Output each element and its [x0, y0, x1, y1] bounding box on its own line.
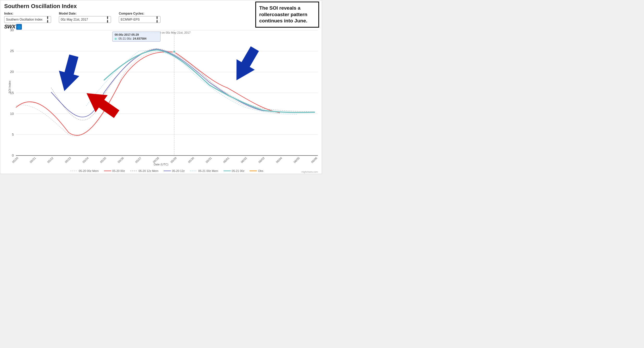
svg-text:06/04: 06/04	[275, 156, 283, 164]
highcharts-credit: Highcharts.com	[301, 171, 318, 173]
legend-line-mem-0521-00z	[190, 170, 197, 172]
svg-text:05/27: 05/27	[135, 156, 142, 164]
svg-text:06/06: 06/06	[311, 156, 318, 164]
svg-text:06/05: 06/05	[293, 156, 300, 164]
svg-text:05/25: 05/25	[100, 156, 107, 164]
svg-text:0: 0	[12, 153, 14, 157]
line-0520-12z	[51, 49, 315, 117]
compare-cycles-spinner[interactable]: ⬆⬇	[156, 16, 159, 23]
compare-cycles-value: ECMWF-EPS	[121, 18, 140, 21]
svg-text:05/29: 05/29	[170, 156, 177, 164]
chart-container: Southern Oscillation Index Index: Southe…	[0, 0, 322, 174]
svg-text:05/20: 05/20	[11, 156, 19, 164]
compare-cycles-control: Compare Cycles: ECMWF-EPS ⬆⬇	[119, 12, 160, 23]
svg-text:05/28: 05/28	[152, 156, 159, 164]
svg-text:05/23: 05/23	[64, 156, 72, 164]
logo-icon: 🌐	[16, 24, 22, 30]
legend-line-mem-0520-12z	[130, 170, 138, 172]
legend-item-mem-0520-00z: 05-20 00z Mem	[70, 169, 98, 172]
blue-arrow-right	[227, 44, 264, 86]
index-select[interactable]: Southern Oscillation Index ⬆⬇	[4, 16, 51, 23]
svg-text:05/30: 05/30	[187, 156, 195, 164]
legend-line-0520-00z	[104, 170, 111, 172]
legend-item-0520-00z: 05-20 00z	[104, 169, 125, 172]
svg-text:05/24: 05/24	[82, 156, 89, 164]
red-arrow	[80, 85, 123, 123]
legend-item-0521-00z: 05-21 00z	[224, 169, 245, 172]
svg-marker-36	[54, 53, 84, 94]
legend-item-obs: Obs	[250, 169, 263, 172]
index-control: Index: Southern Oscillation Index ⬆⬇	[4, 12, 51, 23]
index-value: Southern Oscillation Index	[6, 18, 42, 21]
legend-line-obs	[250, 170, 257, 172]
svg-text:30: 30	[10, 28, 14, 32]
svg-text:06/03: 06/03	[258, 156, 265, 164]
model-date-label: Model Date:	[59, 12, 111, 15]
x-axis-label: Date (UTC)	[0, 163, 322, 166]
legend-line-0520-12z	[164, 170, 171, 172]
svg-text:05/22: 05/22	[47, 156, 54, 164]
svg-text:05/31: 05/31	[205, 156, 212, 164]
svg-marker-35	[80, 85, 123, 123]
legend-label-0520-00z: 05-20 00z	[112, 169, 125, 172]
svg-text:20: 20	[10, 70, 14, 74]
svg-text:15: 15	[10, 91, 14, 95]
model-date-value: 00z May 21st, 2017	[61, 18, 88, 21]
model-date-select[interactable]: 00z May 21st, 2017 ⬆⬇	[59, 16, 111, 23]
svg-text:🌐: 🌐	[17, 25, 21, 29]
chart-svg: 30 25 20 15 10 5 0 05/20 05/21 05/22 05/…	[16, 30, 318, 156]
legend-label-0520-12z: 05-20 12z	[172, 169, 185, 172]
blue-arrow-left	[54, 53, 84, 94]
mem-0521-00z-line	[86, 51, 297, 114]
legend-line-0521-00z	[224, 170, 231, 172]
legend-label-mem-0520-12z: 05-20 12z Mem	[139, 169, 158, 172]
legend-line-mem-0520-00z	[70, 170, 78, 172]
svg-marker-37	[227, 44, 264, 86]
compare-cycles-select[interactable]: ECMWF-EPS ⬆⬇	[119, 16, 160, 23]
tooltip-dot	[173, 50, 176, 53]
legend-item-mem-0520-12z: 05-20 12z Mem	[130, 169, 158, 172]
model-date-control: Model Date: 00z May 21st, 2017 ⬆⬇	[59, 12, 111, 23]
legend-item-0520-12z: 05-20 12z	[164, 169, 185, 172]
legend-label-mem-0521-00z: 05-21 00z Mem	[198, 169, 218, 172]
svg-text:5: 5	[12, 133, 14, 136]
legend-label-mem-0520-00z: 05-20 00z Mem	[79, 169, 98, 172]
svg-text:05/21: 05/21	[29, 156, 36, 164]
svg-text:10: 10	[10, 112, 14, 116]
compare-cycles-label: Compare Cycles:	[119, 12, 160, 15]
chart-area: 30 25 20 15 10 5 0 05/20 05/21 05/22 05/…	[16, 30, 318, 156]
legend-area: 05-20 00z Mem 05-20 00z 05-20 12z Mem 05…	[16, 169, 318, 172]
legend-label-0521-00z: 05-21 00z	[232, 169, 245, 172]
index-label: Index:	[4, 12, 51, 15]
model-date-spinner[interactable]: ⬆⬇	[106, 16, 109, 23]
mem-0520-12z-line	[51, 48, 315, 120]
svg-text:06/01: 06/01	[222, 156, 230, 164]
annotation-box: The SOI reveals a rollercoaster pattern …	[255, 2, 319, 28]
svg-text:05/26: 05/26	[117, 156, 124, 164]
svg-text:25: 25	[10, 49, 14, 53]
legend-item-mem-0521-00z: 05-21 00z Mem	[190, 169, 218, 172]
annotation-text: The SOI reveals a rollercoaster pattern …	[259, 5, 307, 23]
legend-label-obs: Obs	[258, 169, 263, 172]
svg-text:06/02: 06/02	[240, 156, 247, 164]
index-spinner[interactable]: ⬆⬇	[46, 16, 49, 23]
